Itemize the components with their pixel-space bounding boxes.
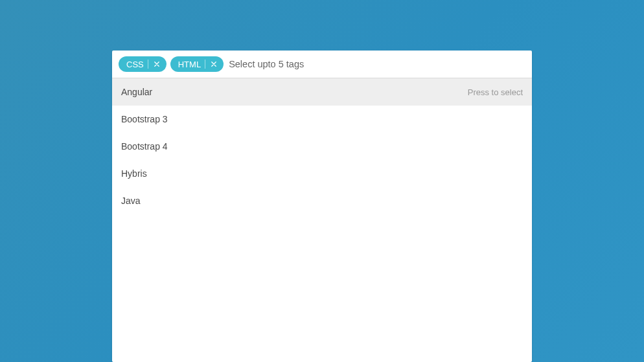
option-item[interactable]: Bootstrap 4 <box>112 133 532 160</box>
option-item[interactable]: Angular Press to select <box>112 78 532 106</box>
option-item[interactable]: Java <box>112 187 532 214</box>
chip-divider <box>205 60 205 69</box>
option-label: Bootstrap 4 <box>121 141 168 152</box>
selected-chip: CSS <box>119 56 167 72</box>
tag-multiselect: CSS HTML Angular Press to select Bootstr… <box>112 51 532 362</box>
option-item[interactable]: Bootstrap 3 <box>112 106 532 133</box>
select-hint: Press to select <box>468 87 523 97</box>
chip-label: HTML <box>178 60 201 69</box>
option-label: Angular <box>121 87 152 97</box>
option-label: Bootstrap 3 <box>121 114 168 124</box>
selected-tags-row[interactable]: CSS HTML <box>112 51 532 78</box>
option-label: Hybris <box>121 168 147 179</box>
options-dropdown: Angular Press to select Bootstrap 3 Boot… <box>112 78 532 214</box>
chip-divider <box>148 60 148 69</box>
close-icon[interactable] <box>209 59 220 69</box>
close-icon[interactable] <box>152 59 163 69</box>
tag-search-input[interactable] <box>227 57 525 71</box>
chip-label: CSS <box>126 60 144 69</box>
option-label: Java <box>121 196 141 206</box>
option-item[interactable]: Hybris <box>112 160 532 187</box>
selected-chip: HTML <box>170 56 224 72</box>
